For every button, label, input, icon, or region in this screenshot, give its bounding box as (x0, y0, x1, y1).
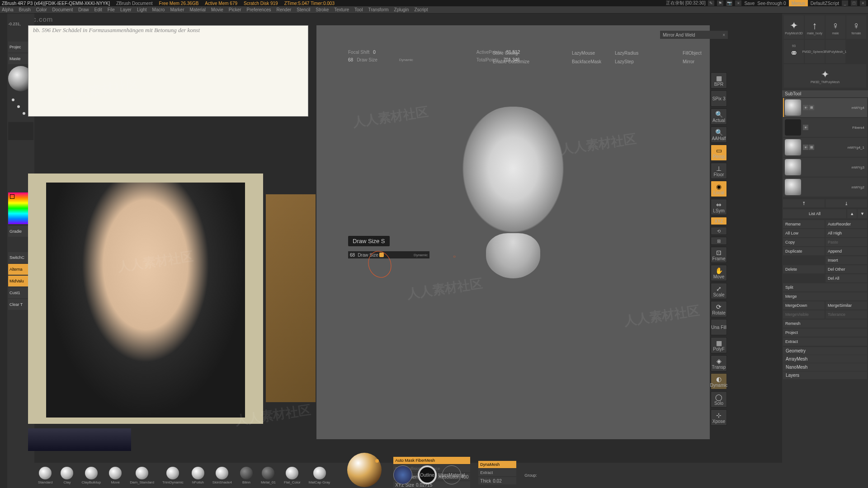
dock-actual[interactable]: 🔍Actual (711, 108, 727, 125)
window-max-icon[interactable]: □ (851, 0, 857, 6)
material-flat-color[interactable]: Flat_Color (284, 467, 301, 484)
split-section[interactable]: Split (783, 283, 867, 291)
dock-scale[interactable]: ⤢Scale (711, 283, 727, 299)
tool-male-body[interactable]: ↑male_body (805, 15, 825, 39)
brush-clay[interactable]: Clay (61, 467, 73, 484)
see-through[interactable]: See-through 0 (757, 1, 786, 6)
draw-size-value[interactable]: 68 (348, 57, 353, 62)
menu-render[interactable]: Render (277, 7, 292, 12)
menu-macro[interactable]: Macro (152, 7, 165, 12)
dock-unafill[interactable]: Una Fill (711, 319, 727, 335)
material-blinn[interactable]: Blinn (240, 467, 253, 484)
del-all-button[interactable]: Del All (826, 274, 867, 282)
insert-button[interactable]: Insert (826, 256, 867, 264)
dynamic-label[interactable]: Dynamic (399, 58, 413, 62)
menu-tool[interactable]: Tool (354, 7, 363, 12)
menu-movie[interactable]: Movie (211, 7, 223, 12)
geometry-accordion[interactable]: Geometry (783, 347, 867, 355)
menu-picker[interactable]: Picker (229, 7, 241, 12)
close-rec-icon[interactable]: × (735, 0, 741, 6)
backface-mask-button[interactable]: BackfaceMask (572, 59, 601, 64)
left-tray-handle[interactable] (0, 14, 7, 488)
menu-alpha[interactable]: Alpha (2, 7, 14, 12)
subtool-item-3[interactable]: mWYg3 (783, 158, 867, 177)
circle-usesmaterial[interactable]: UsesMaterial (442, 465, 461, 484)
auto-mask-fibermesh[interactable]: Auto Mask FiberMesh (393, 457, 470, 464)
menu-light[interactable]: Light (137, 7, 147, 12)
material-matcap-gray[interactable]: MatCap Gray (309, 467, 330, 484)
tool-tmpolymesh1[interactable]: TMPolyMesh_1 (826, 40, 845, 63)
rename-button[interactable]: Rename (783, 220, 825, 228)
remesh-section[interactable]: Remesh (783, 319, 867, 328)
subtool-down[interactable]: ▼ (858, 209, 867, 218)
menu-stroke[interactable]: Stroke (316, 7, 329, 12)
save-label[interactable]: Save (744, 1, 755, 6)
tool-female[interactable]: ♀female (846, 15, 866, 39)
brush-hpolish[interactable]: hPolish (192, 467, 204, 484)
mirror-and-weld-button[interactable]: Mirror And Weld × (660, 31, 728, 39)
tool-polymesh3d[interactable]: ✦PolyMesh3D (784, 15, 804, 39)
menu-material[interactable]: Material (190, 7, 206, 12)
menu-document[interactable]: Document (52, 7, 73, 12)
thick-row[interactable]: Thick 0.02 (478, 477, 516, 484)
menu-transform[interactable]: Transform (368, 7, 388, 12)
subtool-up-all[interactable]: ⤒ (783, 199, 825, 207)
copy-button[interactable]: Copy (783, 238, 825, 246)
menu-marker[interactable]: Marker (170, 7, 184, 12)
list-all-button[interactable]: List All (783, 209, 846, 218)
menu-brush[interactable]: Brush (19, 7, 31, 12)
dock-move[interactable]: ✋Move (711, 265, 727, 281)
project-section[interactable]: Project (783, 328, 867, 337)
subtool-header[interactable]: SubTool (782, 90, 868, 97)
material-metal01[interactable]: Metal_01 (261, 467, 276, 484)
tool-sphere3d[interactable]: PM3D_Sphere3D (805, 40, 825, 63)
arraymesh-accordion[interactable]: ArrayMesh (783, 355, 867, 363)
menu-preferences[interactable]: Preferences (247, 7, 271, 12)
subtool-item-2[interactable]: 👁▦mWYg4_1 (783, 138, 867, 157)
del-other-button[interactable]: Del Other (826, 265, 867, 273)
brush-trimdynamic[interactable]: TrimDynamic (162, 467, 184, 484)
dock-floor[interactable]: ⊥Floor (711, 163, 727, 179)
extract-button[interactable]: Extract (478, 469, 516, 476)
dock-dynamic[interactable]: ◐Dynamic (711, 373, 727, 389)
menu-file[interactable]: File (108, 7, 115, 12)
focal-shift-value[interactable]: 0 (373, 50, 376, 55)
menu-texture[interactable]: Texture (334, 7, 349, 12)
circle-blue-icon[interactable] (393, 465, 412, 484)
viewport-3d[interactable] (316, 25, 710, 439)
tool-93[interactable]: 93⚭ (784, 40, 804, 63)
menus-button[interactable]: Menus (789, 0, 808, 6)
dock-xyz[interactable]: XYZ (711, 217, 727, 225)
brush-move[interactable]: Move (109, 467, 122, 484)
extract-section[interactable]: Extract (783, 338, 867, 346)
current-material-preview[interactable] (347, 453, 382, 487)
dock-lsym[interactable]: ⇔LSym (711, 199, 727, 215)
merge-visible-button[interactable]: MergeVisible (783, 310, 825, 319)
alpha-slot[interactable] (8, 122, 33, 140)
enable-customize-button[interactable]: Enable Customize (493, 59, 529, 64)
dock-frame[interactable]: ⊡Frame (711, 247, 727, 263)
subtool-item-0[interactable]: 👁▦mWYg4 (783, 98, 867, 117)
window-close-icon[interactable]: × (860, 0, 866, 6)
duplicate-button[interactable]: Duplicate (783, 247, 825, 255)
pencil-icon[interactable]: ✎ (708, 0, 714, 6)
dock-blank2[interactable]: ⊞ (711, 237, 727, 245)
lazymouse-button[interactable]: LazyMouse (572, 51, 601, 56)
menu-layer[interactable]: Layer (120, 7, 132, 12)
mirror-button[interactable]: Mirror (683, 59, 702, 64)
menu-draw[interactable]: Draw (78, 7, 89, 12)
subtool-item-1[interactable]: 👁Fibers4 (783, 118, 867, 137)
merge-down-button[interactable]: MergeDown (783, 301, 825, 310)
brush-standard[interactable]: Standard (38, 467, 52, 484)
circle-outline[interactable]: Outline (418, 465, 437, 484)
dock-spix[interactable]: SPix 3 (711, 90, 727, 107)
fill-object-button[interactable]: FillObject (683, 51, 702, 56)
window-min-icon[interactable]: _ (842, 0, 848, 6)
all-high-button[interactable]: All High (826, 229, 867, 237)
subtool-down-all[interactable]: ⤓ (826, 199, 867, 207)
tolerance-button[interactable]: Tolerance (826, 310, 867, 319)
autoreorder-button[interactable]: AutoReorder (826, 220, 867, 228)
dock-blank1[interactable]: ⟲ (711, 227, 727, 235)
dock-bpr[interactable]: ▦BPR (711, 72, 727, 89)
paste-button[interactable]: Paste (826, 238, 867, 246)
